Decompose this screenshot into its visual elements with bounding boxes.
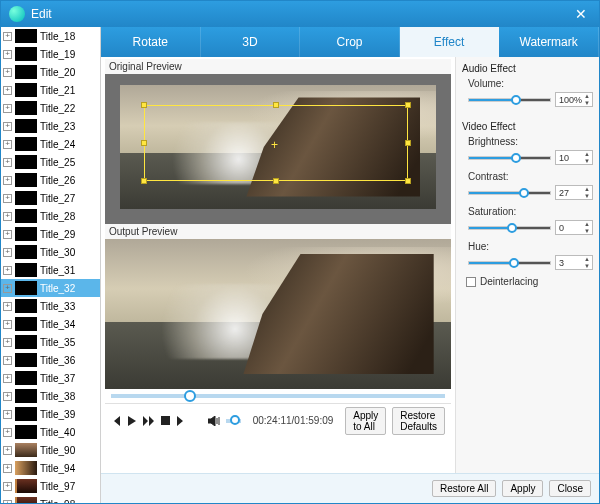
title-thumbnail	[15, 443, 37, 457]
title-label: Title_40	[40, 427, 75, 438]
title-item[interactable]: +Title_22	[1, 99, 100, 117]
title-item[interactable]: +Title_97	[1, 477, 100, 495]
expand-icon[interactable]: +	[3, 248, 12, 257]
fast-forward-icon[interactable]	[143, 414, 155, 428]
title-item[interactable]: +Title_20	[1, 63, 100, 81]
title-item[interactable]: +Title_29	[1, 225, 100, 243]
tab-rotate[interactable]: Rotate	[101, 27, 201, 57]
title-item[interactable]: +Title_40	[1, 423, 100, 441]
title-item[interactable]: +Title_90	[1, 441, 100, 459]
volume-icon[interactable]	[208, 414, 220, 428]
title-item[interactable]: +Title_39	[1, 405, 100, 423]
output-preview-label: Output Preview	[105, 224, 451, 239]
title-item[interactable]: +Title_36	[1, 351, 100, 369]
expand-icon[interactable]: +	[3, 338, 12, 347]
video-effect-label: Video Effect	[462, 121, 593, 132]
title-item[interactable]: +Title_19	[1, 45, 100, 63]
title-item[interactable]: +Title_94	[1, 459, 100, 477]
expand-icon[interactable]: +	[3, 158, 12, 167]
title-item[interactable]: +Title_21	[1, 81, 100, 99]
contrast-slider[interactable]	[468, 191, 551, 195]
hue-slider[interactable]	[468, 261, 551, 265]
expand-icon[interactable]: +	[3, 32, 12, 41]
apply-button[interactable]: Apply	[502, 480, 543, 497]
play-icon[interactable]	[127, 414, 137, 428]
tab-watermark[interactable]: Watermark	[499, 27, 599, 57]
close-button[interactable]: Close	[549, 480, 591, 497]
title-label: Title_19	[40, 49, 75, 60]
expand-icon[interactable]: +	[3, 356, 12, 365]
crop-rectangle[interactable]: +	[144, 105, 408, 181]
expand-icon[interactable]: +	[3, 176, 12, 185]
title-item[interactable]: +Title_32	[1, 279, 100, 297]
title-item[interactable]: +Title_18	[1, 27, 100, 45]
title-item[interactable]: +Title_26	[1, 171, 100, 189]
title-item[interactable]: +Title_25	[1, 153, 100, 171]
title-item[interactable]: +Title_37	[1, 369, 100, 387]
expand-icon[interactable]: +	[3, 500, 12, 504]
title-list[interactable]: +Title_18+Title_19+Title_20+Title_21+Tit…	[1, 27, 101, 503]
audio-effect-label: Audio Effect	[462, 63, 593, 74]
expand-icon[interactable]: +	[3, 212, 12, 221]
expand-icon[interactable]: +	[3, 284, 12, 293]
title-item[interactable]: +Title_98	[1, 495, 100, 503]
expand-icon[interactable]: +	[3, 410, 12, 419]
restore-defaults-button[interactable]: Restore Defaults	[392, 407, 445, 435]
expand-icon[interactable]: +	[3, 140, 12, 149]
brightness-value[interactable]: 10▲▼	[555, 150, 593, 165]
expand-icon[interactable]: +	[3, 374, 12, 383]
expand-icon[interactable]: +	[3, 320, 12, 329]
title-label: Title_26	[40, 175, 75, 186]
title-label: Title_35	[40, 337, 75, 348]
title-thumbnail	[15, 299, 37, 313]
title-item[interactable]: +Title_35	[1, 333, 100, 351]
expand-icon[interactable]: +	[3, 104, 12, 113]
title-thumbnail	[15, 407, 37, 421]
apply-to-all-button[interactable]: Apply to All	[345, 407, 386, 435]
title-item[interactable]: +Title_28	[1, 207, 100, 225]
expand-icon[interactable]: +	[3, 194, 12, 203]
expand-icon[interactable]: +	[3, 482, 12, 491]
title-label: Title_38	[40, 391, 75, 402]
seek-bar[interactable]	[105, 389, 451, 403]
expand-icon[interactable]: +	[3, 50, 12, 59]
tab-crop[interactable]: Crop	[300, 27, 400, 57]
expand-icon[interactable]: +	[3, 266, 12, 275]
title-item[interactable]: +Title_31	[1, 261, 100, 279]
saturation-slider[interactable]	[468, 226, 551, 230]
close-icon[interactable]: ✕	[571, 6, 591, 22]
prev-frame-icon[interactable]	[111, 414, 121, 428]
volume-value[interactable]: 100%▲▼	[555, 92, 593, 107]
volume-slider[interactable]	[468, 98, 551, 102]
preview-volume-slider[interactable]	[226, 419, 241, 423]
tab-effect[interactable]: Effect	[400, 27, 500, 57]
stop-icon[interactable]	[161, 414, 170, 428]
title-item[interactable]: +Title_30	[1, 243, 100, 261]
title-item[interactable]: +Title_33	[1, 297, 100, 315]
expand-icon[interactable]: +	[3, 428, 12, 437]
brightness-slider[interactable]	[468, 156, 551, 160]
title-item[interactable]: +Title_24	[1, 135, 100, 153]
hue-value[interactable]: 3▲▼	[555, 255, 593, 270]
restore-all-button[interactable]: Restore All	[432, 480, 496, 497]
window-title: Edit	[31, 7, 52, 21]
tab-3d[interactable]: 3D	[201, 27, 301, 57]
saturation-value[interactable]: 0▲▼	[555, 220, 593, 235]
original-preview[interactable]: +	[105, 74, 451, 224]
title-item[interactable]: +Title_27	[1, 189, 100, 207]
next-frame-icon[interactable]	[176, 414, 186, 428]
expand-icon[interactable]: +	[3, 230, 12, 239]
contrast-value[interactable]: 27▲▼	[555, 185, 593, 200]
title-item[interactable]: +Title_38	[1, 387, 100, 405]
expand-icon[interactable]: +	[3, 302, 12, 311]
title-item[interactable]: +Title_23	[1, 117, 100, 135]
expand-icon[interactable]: +	[3, 446, 12, 455]
expand-icon[interactable]: +	[3, 392, 12, 401]
expand-icon[interactable]: +	[3, 122, 12, 131]
title-item[interactable]: +Title_34	[1, 315, 100, 333]
title-label: Title_37	[40, 373, 75, 384]
expand-icon[interactable]: +	[3, 86, 12, 95]
deinterlacing-checkbox[interactable]: Deinterlacing	[466, 276, 593, 287]
expand-icon[interactable]: +	[3, 68, 12, 77]
expand-icon[interactable]: +	[3, 464, 12, 473]
